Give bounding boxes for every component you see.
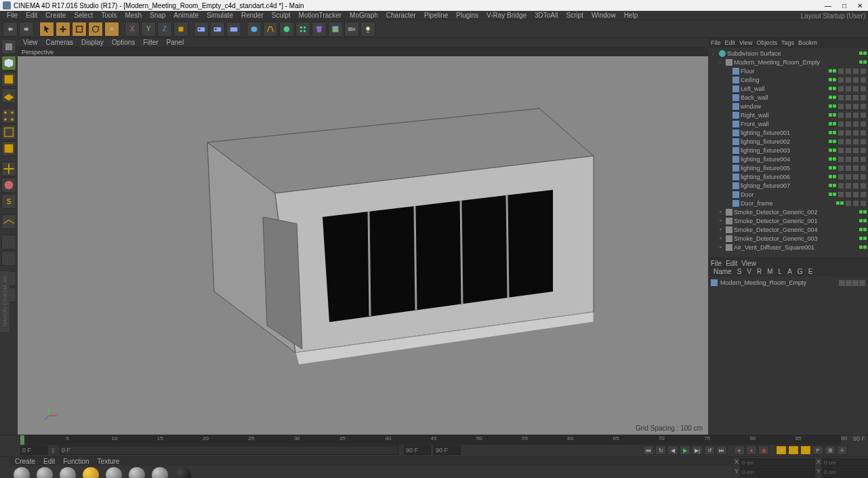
- deformer[interactable]: [312, 22, 327, 37]
- frame-range-field[interactable]: [434, 445, 461, 455]
- workplane-mode[interactable]: [1, 88, 16, 103]
- visibility-dots[interactable]: [829, 113, 836, 117]
- visibility-dots[interactable]: [859, 219, 867, 222]
- tree-toggle[interactable]: -: [719, 59, 724, 65]
- menu-animate[interactable]: Animate: [169, 12, 203, 19]
- frame-current-field[interactable]: [60, 445, 398, 455]
- visibility-dots[interactable]: [829, 78, 836, 81]
- attrtab-e[interactable]: E: [806, 268, 816, 277]
- tree-item[interactable]: Front_wall: [709, 119, 867, 128]
- loop-toggle[interactable]: ↻: [655, 445, 666, 455]
- tree-item[interactable]: +Smoke_Detector_Generic_001: [709, 216, 867, 225]
- tree-item[interactable]: Left_wall: [709, 84, 867, 93]
- coord-x[interactable]: [740, 458, 815, 467]
- material-mat_lig[interactable]: mat_Lig: [57, 467, 79, 478]
- play-button[interactable]: ▶: [680, 445, 690, 455]
- misc-2[interactable]: [1, 251, 16, 266]
- frame-end-field[interactable]: [404, 445, 431, 455]
- attr-flag-3[interactable]: [852, 280, 859, 286]
- key-rot[interactable]: ○: [800, 445, 811, 455]
- tree-item[interactable]: Door: [709, 190, 867, 199]
- tag-icon[interactable]: [852, 200, 859, 207]
- spline-pen[interactable]: [263, 22, 278, 37]
- menu-mesh[interactable]: Mesh: [121, 12, 146, 19]
- tree-item[interactable]: +Smoke_Detector_Generic_002: [709, 207, 867, 216]
- tag-icon[interactable]: [852, 138, 859, 145]
- axis-mode[interactable]: [1, 161, 16, 176]
- menu-script[interactable]: Script: [562, 12, 587, 19]
- tag-icon[interactable]: [852, 182, 859, 189]
- visibility-dots[interactable]: [829, 193, 836, 196]
- move-tool[interactable]: [56, 22, 70, 37]
- tree-item[interactable]: -Modern_Meeting_Room_Empty: [709, 58, 867, 66]
- visibility-dots[interactable]: [829, 175, 836, 178]
- tree-item[interactable]: Door_frame: [709, 199, 867, 207]
- matmenu-edit[interactable]: Edit: [43, 458, 55, 465]
- menu-render[interactable]: Render: [237, 12, 268, 19]
- close-button[interactable]: ✕: [854, 2, 865, 9]
- vpmenu-display[interactable]: Display: [81, 39, 104, 46]
- tag-icon[interactable]: [838, 165, 844, 172]
- make-editable[interactable]: [1, 39, 16, 54]
- tag-icon[interactable]: [845, 121, 852, 127]
- step-fwd[interactable]: ▶|: [692, 445, 703, 455]
- tag-icon[interactable]: [838, 130, 844, 136]
- workplane-snap[interactable]: [1, 214, 16, 229]
- tree-item[interactable]: Floor: [709, 66, 867, 75]
- tag-icon[interactable]: [860, 182, 867, 189]
- tag-icon[interactable]: [860, 103, 867, 110]
- material-meeting[interactable]: Meeting: [80, 467, 102, 478]
- tree-item[interactable]: lighting_fixture002: [709, 137, 867, 146]
- tree-item[interactable]: window: [709, 102, 867, 111]
- render-view[interactable]: [194, 22, 209, 37]
- material-silver[interactable]: silver: [172, 467, 194, 478]
- step-back[interactable]: ◀: [667, 445, 678, 455]
- tree-item[interactable]: +Smoke_Detector_Generic_004: [709, 225, 867, 234]
- maximize-button[interactable]: □: [840, 2, 849, 9]
- object-label[interactable]: Smoke_Detector_Generic_002: [734, 209, 859, 216]
- object-label[interactable]: Door_frame: [741, 200, 836, 207]
- layout-selector[interactable]: Layout Startup (User): [801, 12, 865, 20]
- object-tree[interactable]: -Subdivision Surface-Modern_Meeting_Room…: [708, 47, 868, 258]
- axis-z-toggle[interactable]: Z: [157, 22, 172, 37]
- rotate-tool[interactable]: [88, 22, 103, 37]
- visibility-dots[interactable]: [829, 122, 836, 125]
- visibility-dots[interactable]: [829, 96, 836, 99]
- environment[interactable]: [328, 22, 343, 37]
- material-mat_do[interactable]: mat_Do: [34, 467, 56, 478]
- tag-icon[interactable]: [845, 103, 852, 110]
- tree-item[interactable]: lighting_fixture006: [709, 172, 867, 181]
- tag-icon[interactable]: [845, 130, 852, 136]
- tag-icon[interactable]: [845, 165, 852, 172]
- autokey[interactable]: ●: [746, 445, 757, 455]
- attr-flag-1[interactable]: [839, 280, 845, 286]
- tag-icon[interactable]: [860, 191, 867, 198]
- visibility-dots[interactable]: [829, 140, 836, 143]
- tag-icon[interactable]: [852, 121, 859, 127]
- vpmenu-view[interactable]: View: [23, 39, 38, 46]
- tag-icon[interactable]: [838, 138, 844, 145]
- tag-icon[interactable]: [852, 77, 859, 83]
- visibility-dots[interactable]: [829, 104, 836, 108]
- attrtab-s[interactable]: S: [735, 268, 745, 277]
- goto-start[interactable]: ⏮: [643, 445, 654, 455]
- tree-toggle[interactable]: -: [712, 50, 718, 56]
- tree-item[interactable]: lighting_fixture007: [709, 181, 867, 190]
- visibility-dots[interactable]: [859, 228, 867, 231]
- render-pv[interactable]: [210, 22, 225, 37]
- visibility-dots[interactable]: [829, 148, 836, 152]
- axis-x-toggle[interactable]: X: [125, 22, 140, 37]
- object-label[interactable]: Door: [741, 191, 829, 198]
- coord-system[interactable]: [173, 22, 188, 37]
- tag-icon[interactable]: [852, 103, 859, 110]
- snap-toggle[interactable]: S: [1, 194, 16, 209]
- tag-icon[interactable]: [860, 112, 867, 119]
- object-label[interactable]: Floor: [741, 68, 829, 75]
- record-key[interactable]: ●: [734, 445, 745, 455]
- tag-icon[interactable]: [860, 147, 867, 154]
- key-pos[interactable]: ✦: [776, 445, 787, 455]
- tag-icon[interactable]: [845, 147, 852, 154]
- key-all[interactable]: ≡: [837, 445, 848, 455]
- visibility-dots[interactable]: [859, 237, 867, 240]
- tag-icon[interactable]: [838, 94, 844, 101]
